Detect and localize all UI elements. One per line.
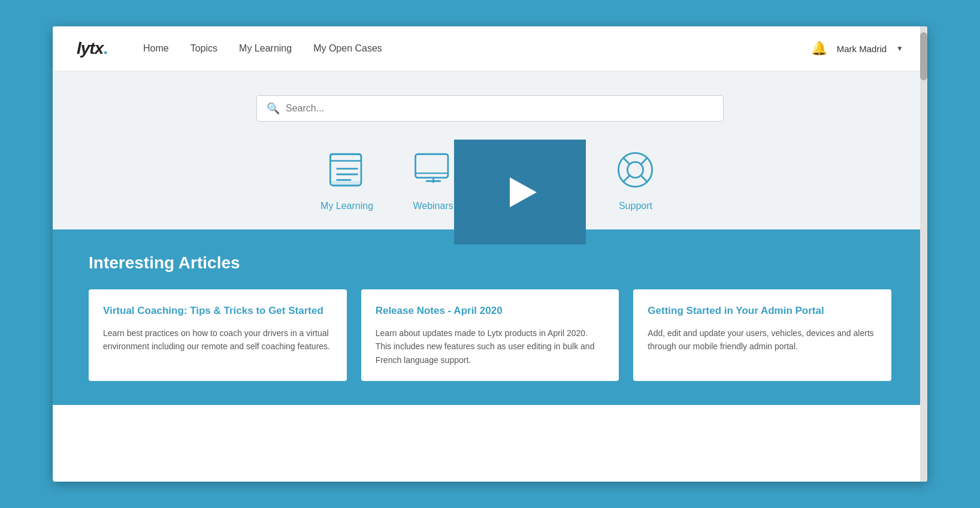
article-desc-admin-portal: Add, edit and update your users, vehicle… [648,326,877,353]
svg-point-18 [628,162,643,177]
svg-rect-1 [330,154,361,161]
nav-home[interactable]: Home [143,43,169,54]
icon-grid: My Learning Webinars [65,146,915,211]
icon-item-webinars[interactable]: Webinars [409,146,457,211]
svg-line-22 [642,176,647,181]
search-bar: 🔍 [256,95,724,122]
articles-title: Interesting Articles [89,253,891,273]
webinars-label: Webinars [413,201,453,211]
articles-grid: Virtual Coaching: Tips & Tricks to Get S… [89,289,891,381]
webinars-icon [409,146,457,193]
nav-right: 🔔 Mark Madrid ▼ [811,41,903,56]
scrollbar-thumb[interactable] [920,32,927,80]
article-title-virtual-coaching: Virtual Coaching: Tips & Tricks to Get S… [103,304,332,318]
my-learning-label: My Learning [320,201,373,211]
logo[interactable]: lytx. [77,39,107,58]
article-desc-release-notes: Learn about updates made to Lytx product… [376,326,605,367]
support-icon [612,146,660,193]
user-dropdown-arrow[interactable]: ▼ [896,44,903,53]
support-label: Support [619,201,652,211]
search-icon: 🔍 [267,102,280,115]
svg-line-19 [624,158,629,163]
nav-links: Home Topics My Learning My Open Cases [143,43,811,54]
article-card-admin-portal[interactable]: Getting Started in Your Admin Portal Add… [633,289,891,381]
article-desc-virtual-coaching: Learn best practices on how to coach you… [103,326,332,353]
svg-rect-6 [415,154,447,177]
svg-line-20 [642,158,647,163]
nav-topics[interactable]: Topics [190,43,217,54]
bell-icon[interactable]: 🔔 [811,41,827,56]
search-input[interactable] [286,103,713,114]
svg-rect-0 [330,154,361,186]
article-title-release-notes: Release Notes - April 2020 [376,304,605,318]
icon-item-my-learning[interactable]: My Learning [320,146,373,211]
svg-line-21 [624,176,629,181]
navbar: lytx. Home Topics My Learning My Open Ca… [53,26,927,71]
user-name[interactable]: Mark Madrid [837,44,887,54]
article-card-virtual-coaching[interactable]: Virtual Coaching: Tips & Tricks to Get S… [89,289,347,381]
video-overlay[interactable] [454,140,586,244]
browser-window: lytx. Home Topics My Learning My Open Ca… [53,26,927,482]
article-title-admin-portal: Getting Started in Your Admin Portal [648,304,877,318]
hero-section: 🔍 My Learning [53,71,927,229]
article-card-release-notes[interactable]: Release Notes - April 2020 Learn about u… [361,289,619,381]
nav-my-learning[interactable]: My Learning [239,43,292,54]
articles-section: Interesting Articles Virtual Coaching: T… [53,229,927,405]
svg-rect-5 [330,181,361,186]
my-learning-icon [323,146,371,193]
icon-item-support[interactable]: Support [612,146,660,211]
play-button-icon [510,177,537,207]
nav-my-open-cases[interactable]: My Open Cases [313,43,382,54]
scrollbar[interactable] [920,26,927,482]
